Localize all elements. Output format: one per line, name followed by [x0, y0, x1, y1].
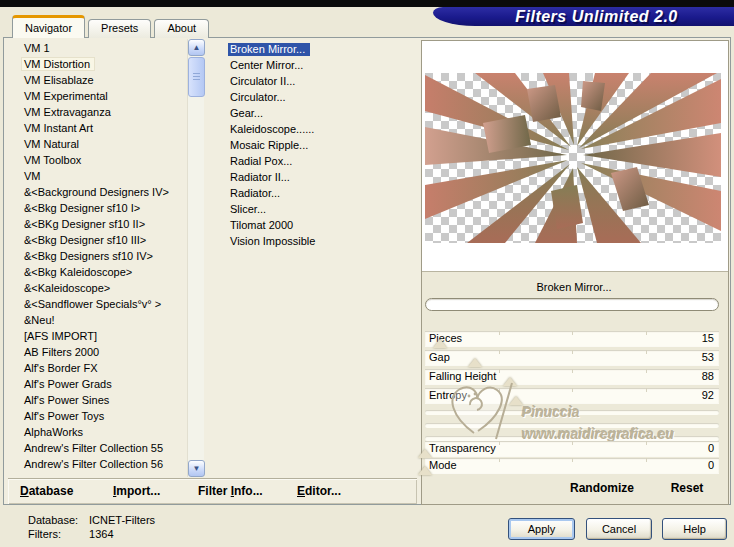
- category-item[interactable]: VM Instant Art: [10, 120, 186, 136]
- filter-item[interactable]: Slicer...: [228, 202, 414, 218]
- filter-item-label: Center Mirror...: [228, 59, 308, 72]
- filter-item[interactable]: Gear...: [228, 106, 414, 122]
- category-item-label: &<BKg Designer sf10 II>: [22, 218, 149, 230]
- category-item[interactable]: Alf's Power Grads: [10, 376, 186, 392]
- category-item-label: VM 1: [22, 42, 54, 54]
- scroll-up-icon[interactable]: ▲: [188, 39, 205, 56]
- filter-item-label: Kaleidoscope......: [228, 123, 319, 136]
- category-item-label: [AFS IMPORT]: [22, 330, 101, 342]
- category-item[interactable]: &<BKg Designer sf10 II>: [10, 216, 186, 232]
- parameter-slider[interactable]: Gap53: [425, 350, 719, 365]
- apply-button[interactable]: Apply: [508, 518, 575, 540]
- category-item[interactable]: &<Sandflower Specials°v° >: [10, 296, 186, 312]
- parameter-value: 0: [708, 442, 714, 454]
- category-item[interactable]: [AFS IMPORT]: [10, 328, 186, 344]
- slider-tick: [572, 369, 573, 373]
- parameter-slider[interactable]: Transparency0: [425, 441, 719, 456]
- filter-item[interactable]: Circulator II...: [228, 74, 414, 90]
- parameter-value: 92: [702, 389, 714, 401]
- filter-item-label: Radiator...: [228, 187, 285, 200]
- slider-tick: [572, 331, 573, 335]
- category-item[interactable]: VM Natural: [10, 136, 186, 152]
- slider-tick: [499, 441, 500, 445]
- category-item[interactable]: VM Distortion: [10, 56, 186, 72]
- category-item[interactable]: &<Bkg Designers sf10 IV>: [10, 248, 186, 264]
- category-scrollbar[interactable]: ▲ ▼: [187, 39, 204, 477]
- tab-about[interactable]: About: [154, 19, 209, 38]
- parameter-value: 53: [702, 351, 714, 363]
- slider-tick: [572, 441, 573, 445]
- tab-presets[interactable]: Presets: [88, 19, 151, 38]
- category-item-label: VM Experimental: [22, 90, 112, 102]
- category-item[interactable]: &<Kaleidoscope>: [10, 280, 186, 296]
- filter-item[interactable]: Radial Pox...: [228, 154, 414, 170]
- filter-item-label: Circulator II...: [228, 75, 300, 88]
- category-item[interactable]: Andrew's Filter Collection 55: [10, 440, 186, 456]
- parameter-slider[interactable]: Mode0: [425, 458, 719, 473]
- filter-list[interactable]: Broken Mirror...Center Mirror...Circulat…: [228, 42, 414, 250]
- watermark-text-line2: www.maidiregrafica.eu: [522, 426, 674, 442]
- category-item[interactable]: VM Experimental: [10, 88, 186, 104]
- slider-thumb-icon[interactable]: [418, 466, 432, 475]
- category-item[interactable]: VM Extravaganza: [10, 104, 186, 120]
- menu-item-filter-info[interactable]: Filter Info...: [198, 484, 263, 498]
- help-button[interactable]: Help: [662, 518, 727, 540]
- category-item-label: VM Extravaganza: [22, 106, 115, 118]
- filter-item-label: Mosaic Ripple...: [228, 139, 313, 152]
- tab-navigator[interactable]: Navigator: [12, 15, 85, 38]
- parameter-value: 0: [708, 459, 714, 471]
- randomize-button[interactable]: Randomize: [552, 481, 652, 495]
- category-item[interactable]: AlphaWorks: [10, 424, 186, 440]
- slider-tick: [646, 458, 647, 462]
- filter-item[interactable]: Mosaic Ripple...: [228, 138, 414, 154]
- window-title: Filters Unlimited 2.0: [489, 8, 678, 26]
- category-item[interactable]: VM: [10, 168, 186, 184]
- slider-thumb-icon[interactable]: [418, 449, 432, 458]
- category-item-label: &Neu!: [22, 314, 59, 326]
- slider-thumb-icon[interactable]: [433, 339, 447, 348]
- category-item[interactable]: &Neu!: [10, 312, 186, 328]
- category-item-label: Alf's Power Sines: [22, 394, 113, 406]
- filter-item[interactable]: Radiator...: [228, 186, 414, 202]
- category-item[interactable]: VM Toolbox: [10, 152, 186, 168]
- filter-item[interactable]: Kaleidoscope......: [228, 122, 414, 138]
- progress-bar: [425, 298, 719, 311]
- filter-item[interactable]: Radiator II...: [228, 170, 414, 186]
- top-black-strip: [0, 0, 734, 7]
- filter-item[interactable]: Vision Impossible: [228, 234, 414, 250]
- parameter-slider[interactable]: Pieces15: [425, 331, 719, 346]
- category-item[interactable]: AB Filters 2000: [10, 344, 186, 360]
- slider-tick: [499, 369, 500, 373]
- category-list[interactable]: VM 1VM DistortionVM ElisablazeVM Experim…: [10, 40, 186, 478]
- category-item[interactable]: &<Bkg Kaleidoscope>: [10, 264, 186, 280]
- category-item[interactable]: VM 1: [10, 40, 186, 56]
- reset-button[interactable]: Reset: [659, 481, 715, 495]
- category-item[interactable]: &<Bkg Designer sf10 I>: [10, 200, 186, 216]
- category-item[interactable]: Alf's Power Sines: [10, 392, 186, 408]
- slider-tick: [572, 458, 573, 462]
- parameter-sliders-extra: Transparency0Mode0: [425, 441, 719, 475]
- filter-item[interactable]: Tilomat 2000: [228, 218, 414, 234]
- slider-thumb-icon[interactable]: [468, 358, 482, 367]
- category-item[interactable]: &<Background Designers IV>: [10, 184, 186, 200]
- tab-bar: Navigator Presets About: [12, 15, 209, 38]
- watermark-heart-icon: [444, 381, 518, 443]
- filter-item-label: Broken Mirror...: [228, 43, 310, 56]
- menu-item-editor[interactable]: Editor...: [297, 484, 341, 498]
- category-item[interactable]: Alf's Border FX: [10, 360, 186, 376]
- category-item[interactable]: Alf's Power Toys: [10, 408, 186, 424]
- scroll-down-icon[interactable]: ▼: [188, 460, 205, 477]
- scrollbar-thumb[interactable]: [188, 57, 205, 97]
- slider-tick: [646, 388, 647, 392]
- filter-item[interactable]: Circulator...: [228, 90, 414, 106]
- menu-item-database[interactable]: Database: [20, 484, 73, 498]
- cancel-button[interactable]: Cancel: [586, 518, 652, 540]
- category-item-label: &<Bkg Designer sf10 III>: [22, 234, 150, 246]
- preview-area: [422, 41, 728, 272]
- category-item[interactable]: Andrew's Filter Collection 56: [10, 456, 186, 472]
- menu-item-import[interactable]: Import...: [113, 484, 160, 498]
- filter-item[interactable]: Broken Mirror...: [228, 42, 414, 58]
- category-item[interactable]: VM Elisablaze: [10, 72, 186, 88]
- filter-item[interactable]: Center Mirror...: [228, 58, 414, 74]
- category-item[interactable]: &<Bkg Designer sf10 III>: [10, 232, 186, 248]
